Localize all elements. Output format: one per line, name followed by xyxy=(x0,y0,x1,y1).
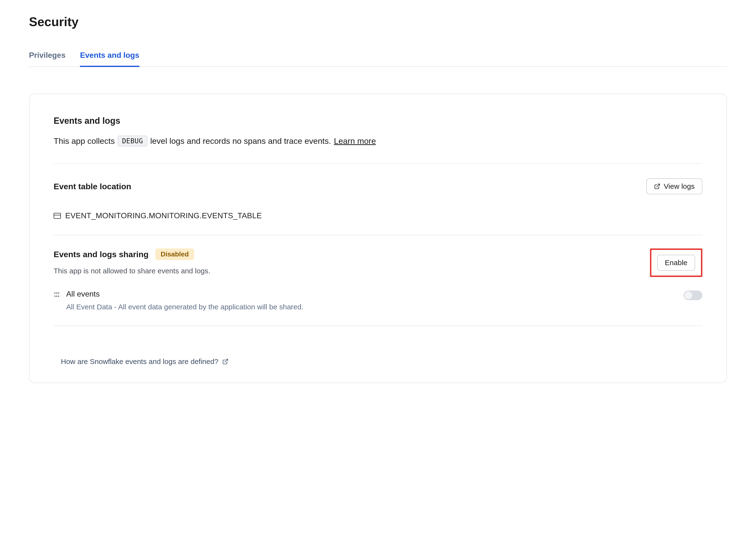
help-link-label: How are Snowflake events and logs are de… xyxy=(61,357,218,366)
svg-point-6 xyxy=(54,296,55,296)
event-table-location-value: EVENT_MONITORING.MONITORING.EVENTS_TABLE xyxy=(54,211,702,220)
svg-line-9 xyxy=(225,359,228,362)
all-events-toggle[interactable] xyxy=(684,291,702,300)
svg-point-4 xyxy=(56,293,57,294)
events-logs-card: Events and logs This app collects DEBUG … xyxy=(29,93,727,383)
svg-point-3 xyxy=(54,293,55,294)
all-events-row: All events All Event Data - All event da… xyxy=(54,290,702,311)
status-badge: Disabled xyxy=(155,248,194,260)
events-logs-heading: Events and logs xyxy=(54,116,702,126)
svg-point-8 xyxy=(58,296,59,296)
events-logs-description: This app collects DEBUG level logs and r… xyxy=(54,135,702,146)
event-table-location-title: Event table location xyxy=(54,182,131,191)
sharing-header: Events and logs sharing Disabled This ap… xyxy=(54,235,702,290)
external-link-icon xyxy=(654,183,660,189)
learn-more-link[interactable]: Learn more xyxy=(334,136,376,146)
all-events-title: All events xyxy=(66,290,304,298)
sharing-description: This app is not allowed to share events … xyxy=(54,267,211,275)
svg-rect-1 xyxy=(54,213,61,219)
divider xyxy=(54,326,702,326)
enable-button-label: Enable xyxy=(665,259,687,267)
svg-line-0 xyxy=(657,184,660,187)
table-icon xyxy=(54,213,61,219)
page-title: Security xyxy=(29,15,727,29)
sharing-title: Events and logs sharing xyxy=(54,250,149,259)
tab-events-and-logs[interactable]: Events and logs xyxy=(80,51,139,67)
tab-privileges[interactable]: Privileges xyxy=(29,51,66,67)
svg-point-5 xyxy=(58,293,59,294)
desc-suffix: level logs and records no spans and trac… xyxy=(150,136,331,146)
help-link[interactable]: How are Snowflake events and logs are de… xyxy=(61,343,228,366)
view-logs-label: View logs xyxy=(664,182,695,190)
view-logs-button[interactable]: View logs xyxy=(646,178,702,194)
drag-handle-icon xyxy=(54,292,60,298)
enable-button-highlight: Enable xyxy=(650,248,702,277)
all-events-subtitle: All Event Data - All event data generate… xyxy=(66,303,304,311)
external-link-icon xyxy=(222,358,228,365)
enable-button[interactable]: Enable xyxy=(657,255,695,271)
log-level-chip: DEBUG xyxy=(118,135,147,146)
event-table-location-row: Event table location View logs xyxy=(54,164,702,194)
svg-point-7 xyxy=(56,296,57,296)
event-table-path: EVENT_MONITORING.MONITORING.EVENTS_TABLE xyxy=(65,211,262,220)
tabs: Privileges Events and logs xyxy=(29,51,727,67)
desc-prefix: This app collects xyxy=(54,136,115,146)
